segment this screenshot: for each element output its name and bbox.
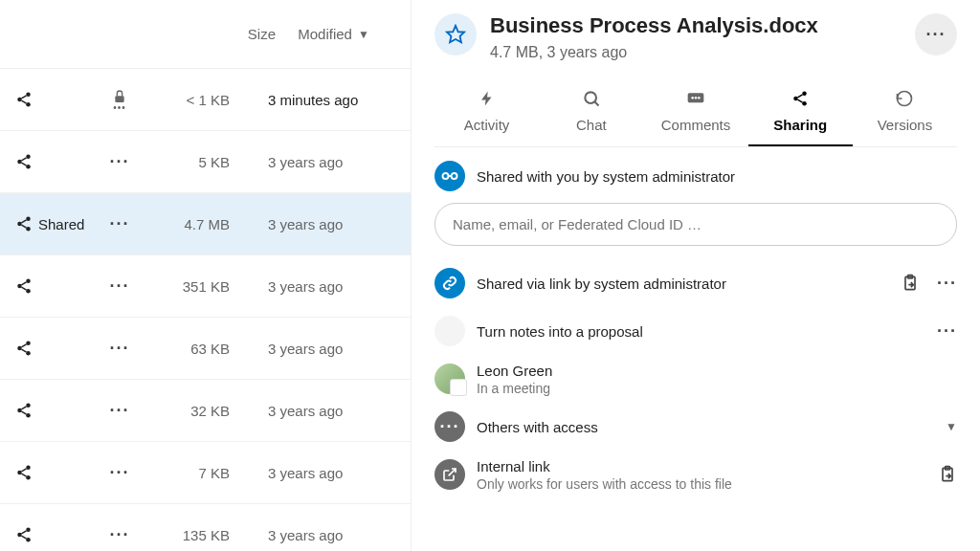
svg-point-34 [802, 101, 807, 106]
svg-point-6 [26, 165, 31, 169]
tab-comments[interactable]: Comments [643, 82, 747, 146]
more-icon[interactable]: ··· [109, 401, 129, 421]
tab-label: Versions [878, 117, 933, 133]
file-row[interactable]: Shared···4.7 MB3 years ago [0, 193, 411, 255]
external-link-icon [434, 459, 465, 490]
row-actions[interactable]: ··· [96, 214, 144, 234]
svg-point-13 [26, 342, 31, 346]
file-row[interactable]: •••< 1 KB3 minutes ago [0, 69, 411, 131]
more-icon[interactable]: ··· [109, 276, 129, 297]
col-size-header[interactable]: Size [180, 26, 276, 42]
tab-chat[interactable]: Chat [539, 82, 643, 146]
file-row[interactable]: ···7 KB3 years ago [0, 442, 411, 504]
file-list-header: Size Modified ▼ [0, 0, 411, 69]
more-icon[interactable]: ··· [109, 214, 129, 234]
svg-point-21 [26, 475, 31, 480]
svg-point-32 [802, 92, 807, 97]
svg-point-8 [17, 222, 22, 227]
more-icon[interactable]: ··· [109, 463, 129, 483]
share-actions: ··· [937, 321, 957, 342]
clipboard-icon[interactable] [938, 465, 957, 484]
row-actions[interactable]: ··· [96, 339, 144, 359]
more-icon[interactable]: ··· [937, 321, 957, 342]
svg-point-35 [443, 173, 449, 179]
file-row[interactable]: ···63 KB3 years ago [0, 318, 411, 380]
activity-icon [479, 88, 496, 109]
file-size: 4.7 MB [144, 216, 249, 232]
svg-point-10 [26, 279, 31, 284]
share-icon [15, 464, 33, 481]
detail-panel: Business Process Analysis.docx 4.7 MB, 3… [412, 0, 980, 551]
share-status[interactable] [15, 340, 96, 357]
tab-sharing[interactable]: Sharing [748, 82, 853, 146]
more-icon[interactable]: ··· [109, 152, 129, 172]
file-row[interactable]: ···135 KB3 years ago [0, 504, 411, 551]
share-status[interactable] [15, 402, 96, 419]
svg-point-7 [26, 217, 31, 222]
row-actions[interactable]: ··· [96, 525, 144, 545]
shared-by-row: Shared with you by system administrator [434, 161, 957, 191]
svg-point-9 [26, 227, 31, 231]
file-size: 63 KB [144, 341, 249, 357]
share-status[interactable] [15, 91, 96, 108]
more-icon[interactable]: ··· [109, 525, 129, 545]
svg-point-2 [26, 102, 31, 107]
file-modified: 3 minutes ago [249, 92, 395, 108]
detail-more-button[interactable]: ··· [915, 13, 957, 55]
share-primary-text: Others with access [477, 419, 934, 435]
tab-versions[interactable]: Versions [853, 82, 957, 146]
shared-by-text: Shared with you by system administrator [477, 168, 735, 185]
col-modified-header[interactable]: Modified ▼ [276, 26, 411, 42]
tab-activity[interactable]: Activity [434, 82, 539, 146]
tab-label: Sharing [773, 117, 827, 133]
share-actions [938, 465, 957, 484]
svg-point-17 [17, 408, 22, 413]
file-title: Business Process Analysis.docx [490, 13, 902, 38]
share-item[interactable]: Shared via link by system administrator·… [434, 259, 957, 307]
share-status[interactable] [15, 526, 96, 543]
svg-point-16 [26, 404, 31, 408]
user-avatar [434, 364, 465, 394]
more-icon: ··· [434, 411, 465, 442]
share-status[interactable]: Shared [15, 215, 96, 232]
chevron-down-icon[interactable]: ▼ [946, 420, 957, 433]
tab-label: Chat [576, 117, 607, 133]
share-status[interactable] [15, 464, 96, 481]
row-actions[interactable]: ••• [96, 89, 144, 110]
clipboard-icon[interactable] [901, 274, 920, 293]
file-row[interactable]: ···5 KB3 years ago [0, 131, 411, 193]
svg-point-33 [793, 97, 798, 101]
share-search-input[interactable] [434, 203, 957, 246]
share-actions: ▼ [946, 420, 957, 433]
share-status[interactable] [15, 153, 96, 170]
share-status[interactable] [15, 277, 96, 295]
more-icon[interactable]: ··· [109, 339, 129, 359]
file-modified: 3 years ago [249, 154, 395, 170]
col-modified-label: Modified [298, 26, 352, 42]
file-row[interactable]: ···32 KB3 years ago [0, 380, 411, 442]
share-secondary-text: In a meeting [477, 381, 946, 396]
svg-point-11 [17, 284, 22, 289]
svg-point-0 [26, 93, 31, 98]
share-icon [15, 277, 33, 295]
share-item[interactable]: ···Others with access▼ [434, 403, 957, 451]
file-row[interactable]: ···351 KB3 years ago [0, 255, 411, 318]
row-actions[interactable]: ··· [96, 463, 144, 483]
more-icon: ··· [925, 25, 946, 45]
more-icon[interactable]: ··· [937, 274, 957, 294]
share-item[interactable]: Leon GreenIn a meeting [434, 355, 957, 403]
svg-point-1 [17, 98, 22, 102]
share-item[interactable]: Internal linkOnly works for users with a… [434, 451, 957, 498]
detail-tabs: ActivityChatCommentsSharingVersions [434, 82, 957, 147]
row-actions[interactable]: ··· [96, 276, 144, 297]
svg-line-27 [594, 101, 598, 105]
svg-point-14 [17, 346, 22, 351]
svg-point-22 [26, 528, 31, 533]
star-icon[interactable] [434, 13, 477, 55]
row-actions[interactable]: ··· [96, 401, 144, 421]
share-item[interactable]: Turn notes into a proposal··· [434, 307, 957, 355]
row-actions[interactable]: ··· [96, 152, 144, 172]
file-list: Size Modified ▼ •••< 1 KB3 minutes ago··… [0, 0, 412, 551]
svg-point-24 [26, 538, 31, 542]
share-icon [15, 153, 33, 170]
